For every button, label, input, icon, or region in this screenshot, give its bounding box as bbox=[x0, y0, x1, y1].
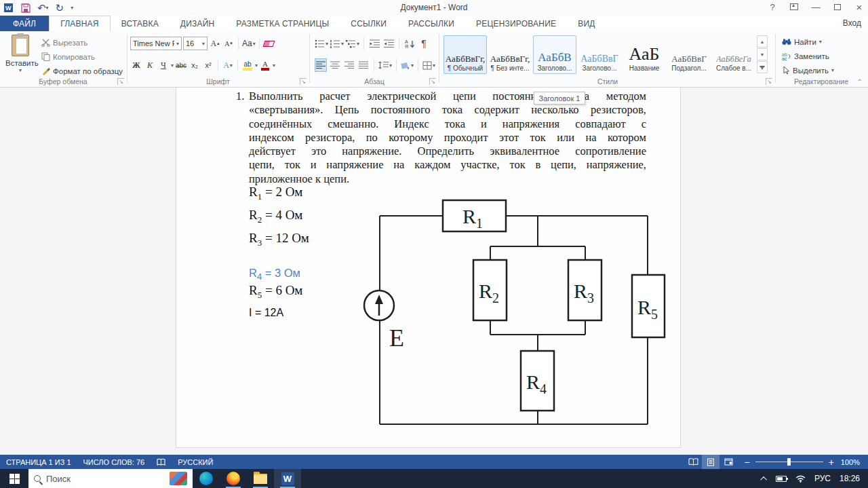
highlight-color-bar bbox=[243, 68, 252, 71]
widgets-icon[interactable] bbox=[170, 472, 187, 485]
language-indicator[interactable]: РУССКИЙ bbox=[172, 455, 219, 469]
style-normal[interactable]: АаБбВвГг, ¶ Обычный bbox=[443, 35, 487, 74]
word-count[interactable]: ЧИСЛО СЛОВ: 76 bbox=[77, 455, 151, 469]
align-left-button[interactable] bbox=[315, 58, 327, 72]
document-page[interactable]: 1. Выполнить расчет электрической цепи п… bbox=[176, 88, 681, 448]
font-family-combobox[interactable]: Times New R▾ bbox=[130, 37, 182, 50]
highlight-dropdown[interactable]: ▾ bbox=[255, 62, 258, 69]
paragraph-dialog-launcher[interactable]: ↘ bbox=[429, 78, 436, 85]
styles-more-button[interactable]: ▬▼ bbox=[757, 61, 768, 73]
format-painter-button[interactable]: Формат по образцу bbox=[39, 64, 125, 78]
zoom-level[interactable]: 100% bbox=[841, 458, 868, 466]
taskbar-word-button[interactable]: W bbox=[274, 469, 301, 488]
styles-dialog-launcher[interactable]: ↘ bbox=[766, 78, 772, 85]
style-heading1[interactable]: АаБбВ Заголово... bbox=[533, 35, 576, 74]
line-spacing-button[interactable]: ▾ bbox=[378, 58, 392, 72]
clipboard-dialog-launcher[interactable]: ↘ bbox=[117, 78, 124, 85]
styles-scroll-down-button[interactable]: ▼ bbox=[757, 48, 768, 60]
tab-design[interactable]: ДИЗАЙН bbox=[170, 16, 226, 31]
show-marks-button[interactable]: ¶ bbox=[418, 37, 430, 50]
tab-home[interactable]: ГЛАВНАЯ bbox=[49, 16, 110, 31]
zoom-out-button[interactable]: − bbox=[744, 457, 749, 468]
justify-button[interactable] bbox=[357, 58, 370, 72]
collapse-ribbon-button[interactable]: ⌃ bbox=[857, 78, 863, 86]
proofing-book-icon bbox=[157, 458, 165, 466]
find-button[interactable]: Найти▾ bbox=[780, 35, 836, 49]
style-title[interactable]: АаБ Название bbox=[623, 35, 666, 74]
proofing-status[interactable] bbox=[151, 455, 172, 469]
copy-button[interactable]: Копировать bbox=[39, 50, 125, 64]
subscript-button[interactable]: x₂ bbox=[189, 58, 201, 72]
highlight-button[interactable]: ab bbox=[241, 58, 254, 72]
style-subtitle[interactable]: АаБбВвГ Подзагол... bbox=[667, 35, 711, 74]
styles-scroll-up-button[interactable]: ▲ bbox=[757, 35, 768, 48]
replace-button[interactable]: abac Заменить bbox=[780, 49, 836, 63]
superscript-button[interactable]: x² bbox=[202, 58, 214, 72]
web-layout-button[interactable] bbox=[719, 455, 737, 469]
tab-mailings[interactable]: РАССЫЛКИ bbox=[397, 16, 465, 31]
paste-button[interactable]: Вставить ▾ bbox=[5, 35, 35, 73]
change-case-button[interactable]: Aa▾ bbox=[242, 37, 256, 50]
tray-language[interactable]: РУС bbox=[814, 474, 831, 483]
font-dialog-launcher[interactable]: ↘ bbox=[300, 78, 307, 85]
tab-layout[interactable]: РАЗМЕТКА СТРАНИЦЫ bbox=[225, 16, 340, 31]
paragraph-line: соединённых смешанно. Индекс тока и напр… bbox=[249, 117, 646, 131]
label-source: E bbox=[389, 324, 404, 352]
zoom-slider[interactable]: − + bbox=[737, 457, 840, 468]
page-indicator[interactable]: СТРАНИЦА 1 ИЗ 1 bbox=[0, 455, 77, 469]
restore-button[interactable] bbox=[831, 1, 844, 12]
font-color-dropdown[interactable]: ▾ bbox=[273, 62, 275, 69]
tray-clock[interactable]: 18:26 bbox=[840, 474, 860, 483]
ribbon-display-options-button[interactable] bbox=[788, 1, 800, 12]
taskbar-search-input[interactable]: Поиск bbox=[28, 469, 193, 488]
tab-view[interactable]: ВИД bbox=[567, 16, 606, 31]
minimize-button[interactable]: — bbox=[810, 1, 822, 12]
increase-indent-button[interactable] bbox=[382, 37, 395, 50]
cut-button[interactable]: Вырезать bbox=[39, 35, 125, 50]
underline-button[interactable]: Ч bbox=[157, 58, 170, 72]
style-subtle-emphasis[interactable]: АаБбВеГа Слабое в... bbox=[712, 35, 755, 74]
wifi-icon[interactable] bbox=[795, 475, 806, 483]
borders-button[interactable]: ▾ bbox=[422, 58, 435, 72]
sort-button[interactable]: АЯ bbox=[403, 37, 416, 50]
font-size-combobox[interactable]: 16▾ bbox=[183, 37, 208, 50]
zoom-in-button[interactable]: + bbox=[829, 457, 834, 468]
grow-font-button[interactable]: A▴ bbox=[209, 37, 221, 50]
sign-in-link[interactable]: Вход bbox=[843, 18, 861, 28]
help-button[interactable]: ? bbox=[766, 1, 778, 12]
select-button[interactable]: Выделить▾ bbox=[780, 63, 836, 77]
clear-formatting-button[interactable] bbox=[263, 37, 275, 50]
font-color-button[interactable]: А bbox=[259, 58, 271, 72]
tab-references[interactable]: ССЫЛКИ bbox=[340, 16, 397, 31]
strikethrough-button[interactable]: abc bbox=[175, 58, 187, 72]
style-no-spacing[interactable]: АаБбВвГг, ¶ Без инте... bbox=[488, 35, 532, 74]
underline-dropdown[interactable]: ▾ bbox=[171, 62, 174, 69]
bold-button[interactable]: Ж bbox=[130, 58, 142, 72]
battery-icon[interactable] bbox=[776, 476, 787, 482]
align-right-button[interactable] bbox=[343, 58, 355, 72]
taskbar-firefox-button[interactable] bbox=[220, 469, 247, 488]
tray-expand-icon[interactable] bbox=[760, 476, 767, 483]
decrease-indent-button[interactable] bbox=[368, 37, 380, 50]
align-center-button[interactable] bbox=[329, 58, 341, 72]
taskbar-edge-button[interactable] bbox=[193, 469, 220, 488]
print-layout-button[interactable] bbox=[702, 455, 719, 469]
zoom-thumb[interactable] bbox=[787, 458, 791, 466]
multilevel-list-button[interactable]: ▾ bbox=[346, 37, 359, 50]
read-mode-button[interactable] bbox=[684, 455, 702, 469]
shrink-font-button[interactable]: A▾ bbox=[222, 37, 235, 50]
tab-review[interactable]: РЕЦЕНЗИРОВАНИЕ bbox=[465, 16, 567, 31]
close-button[interactable]: × bbox=[853, 1, 865, 12]
taskbar-explorer-button[interactable] bbox=[247, 469, 274, 488]
start-button[interactable] bbox=[0, 469, 28, 488]
style-heading2[interactable]: АаБбВвГ Заголово... bbox=[578, 35, 621, 74]
italic-button[interactable]: К bbox=[144, 58, 156, 72]
tab-insert[interactable]: ВСТАВКА bbox=[111, 16, 170, 31]
zoom-track[interactable] bbox=[755, 462, 823, 462]
tab-file[interactable]: ФАЙЛ bbox=[0, 16, 49, 31]
numbering-button[interactable]: ▾ bbox=[330, 37, 344, 50]
shading-button[interactable]: ▾ bbox=[401, 58, 414, 72]
paste-dropdown-arrow[interactable]: ▾ bbox=[5, 67, 35, 73]
text-effects-button[interactable]: А▾ bbox=[222, 58, 234, 72]
bullets-button[interactable]: ▾ bbox=[315, 37, 328, 50]
